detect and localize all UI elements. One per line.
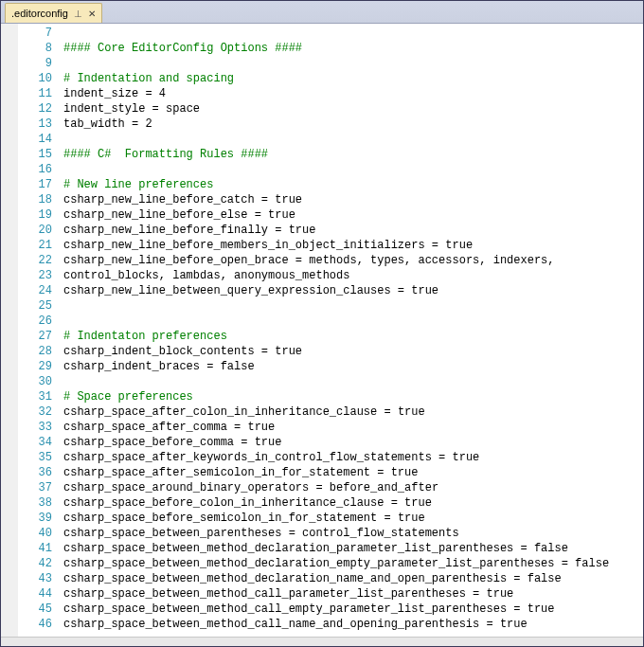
line-number: 20 <box>20 223 52 238</box>
close-icon[interactable]: ✕ <box>88 9 96 19</box>
code-line[interactable]: csharp_new_line_before_catch = true <box>63 192 639 207</box>
pin-icon[interactable]: ⊥ <box>74 9 82 19</box>
code-token: = <box>227 421 248 434</box>
code-token: = <box>377 512 398 525</box>
code-line[interactable]: csharp_new_line_between_query_expression… <box>63 283 639 298</box>
code-line[interactable]: csharp_indent_braces = false <box>63 359 639 374</box>
line-number: 35 <box>20 450 52 465</box>
code-token: true <box>404 496 432 510</box>
code-line[interactable] <box>63 162 639 177</box>
code-line[interactable]: #### Core EditorConfig Options #### <box>63 41 639 56</box>
code-token: = <box>432 451 453 464</box>
code-line[interactable]: indent_style = space <box>63 101 639 117</box>
code-line[interactable]: control_blocks, lambdas, anonymous_metho… <box>63 268 639 283</box>
line-number: 23 <box>20 268 52 283</box>
code-token: csharp_space_between_method_declaration_… <box>63 542 513 555</box>
line-number: 46 <box>20 617 52 632</box>
line-number: 13 <box>20 117 52 132</box>
code-line[interactable] <box>63 314 639 329</box>
line-number: 25 <box>20 298 52 314</box>
code-token: = <box>138 87 159 100</box>
code-line[interactable]: csharp_space_after_comma = true <box>63 420 639 435</box>
code-line[interactable] <box>63 56 639 71</box>
code-line[interactable]: csharp_new_line_before_else = true <box>63 207 639 223</box>
code-token: false <box>528 572 562 585</box>
horizontal-scrollbar[interactable] <box>1 637 643 646</box>
line-number: 18 <box>20 192 52 207</box>
code-token: = <box>309 481 330 494</box>
code-token: csharp_space_after_keywords_in_control_f… <box>63 451 432 464</box>
editor-area[interactable]: 7891011121314151617181920212223242526272… <box>1 24 643 637</box>
code-line[interactable]: csharp_space_between_method_declaration_… <box>63 556 639 571</box>
line-number: 7 <box>20 26 52 41</box>
line-number: 42 <box>20 556 52 571</box>
code-line[interactable]: csharp_space_after_keywords_in_control_f… <box>63 450 639 465</box>
code-token: csharp_space_between_method_call_name_an… <box>63 618 479 631</box>
code-line[interactable]: # New line preferences <box>63 177 639 192</box>
line-number: 41 <box>20 541 52 556</box>
code-token: = <box>425 239 446 252</box>
code-line[interactable]: csharp_new_line_before_open_brace = meth… <box>63 253 639 268</box>
code-token: csharp_space_after_semicolon_in_for_stat… <box>63 466 370 479</box>
code-token: = <box>377 405 398 419</box>
code-line[interactable] <box>63 374 639 389</box>
code-line[interactable]: csharp_space_before_colon_in_inheritance… <box>63 495 639 511</box>
code-line[interactable]: csharp_indent_block_contents = true <box>63 344 639 359</box>
code-line[interactable]: csharp_space_between_method_declaration_… <box>63 541 639 556</box>
code-line[interactable]: # Space preferences <box>63 389 639 404</box>
code-token: #### Core EditorConfig Options #### <box>63 42 302 55</box>
code-token: = <box>234 436 255 449</box>
code-token: true <box>268 208 295 222</box>
code-token: = <box>507 572 528 585</box>
line-number: 24 <box>20 283 52 298</box>
code-token: methods, types, accessors, indexers, <box>309 254 554 267</box>
code-token: csharp_indent_block_contents <box>63 345 255 358</box>
code-token: space <box>166 102 200 116</box>
code-line[interactable]: # Indentation and spacing <box>63 71 639 86</box>
code-token: false <box>575 557 609 570</box>
code-token: = <box>513 542 534 555</box>
code-token: 4 <box>159 87 166 100</box>
code-line[interactable]: indent_size = 4 <box>63 86 639 101</box>
code-token: csharp_new_line_before_else <box>63 208 247 222</box>
code-token: = <box>255 193 276 207</box>
code-line[interactable]: csharp_space_before_comma = true <box>63 435 639 450</box>
line-number: 36 <box>20 465 52 480</box>
line-number: 9 <box>20 56 52 71</box>
line-number: 30 <box>20 374 52 389</box>
code-token: true <box>411 284 438 297</box>
code-line[interactable]: csharp_space_after_colon_in_inheritance_… <box>63 404 639 420</box>
code-line[interactable] <box>63 298 639 314</box>
code-line[interactable]: csharp_space_between_method_call_empty_p… <box>63 602 639 617</box>
code-token: = <box>384 496 404 510</box>
code-line[interactable]: csharp_space_between_parentheses = contr… <box>63 526 639 541</box>
code-line[interactable]: # Indentaton preferences <box>63 329 639 344</box>
tab-editorconfig[interactable]: .editorconfig ⊥ ✕ <box>5 3 102 23</box>
code-line[interactable] <box>63 132 639 147</box>
code-line[interactable]: csharp_new_line_before_members_in_object… <box>63 238 639 253</box>
line-number: 16 <box>20 162 52 177</box>
line-number: 33 <box>20 420 52 435</box>
code-token: csharp_space_between_method_declaration_… <box>63 557 554 570</box>
code-token: # Space preferences <box>63 390 193 404</box>
code-line[interactable]: #### C# Formatting Rules #### <box>63 147 639 162</box>
code-content[interactable]: #### Core EditorConfig Options #### # In… <box>60 24 643 637</box>
code-line[interactable]: csharp_new_line_before_finally = true <box>63 223 639 238</box>
line-number: 8 <box>20 41 52 56</box>
code-line[interactable]: csharp_space_before_semicolon_in_for_sta… <box>63 511 639 526</box>
line-number: 26 <box>20 314 52 329</box>
code-line[interactable]: csharp_space_around_binary_operators = b… <box>63 480 639 495</box>
code-line[interactable]: csharp_space_between_method_declaration_… <box>63 571 639 586</box>
code-token: = <box>479 618 500 631</box>
code-line[interactable]: tab_width = 2 <box>63 117 639 132</box>
code-token: indent_style <box>63 102 145 116</box>
line-number: 45 <box>20 602 52 617</box>
code-line[interactable]: csharp_space_between_method_call_name_an… <box>63 617 639 632</box>
code-line[interactable]: csharp_space_between_method_call_paramet… <box>63 586 639 602</box>
code-line[interactable]: csharp_space_after_semicolon_in_for_stat… <box>63 465 639 480</box>
code-token: csharp_space_between_method_declaration_… <box>63 572 507 585</box>
code-line[interactable] <box>63 26 639 41</box>
code-token: true <box>289 224 316 237</box>
line-number: 39 <box>20 511 52 526</box>
line-number: 37 <box>20 480 52 495</box>
